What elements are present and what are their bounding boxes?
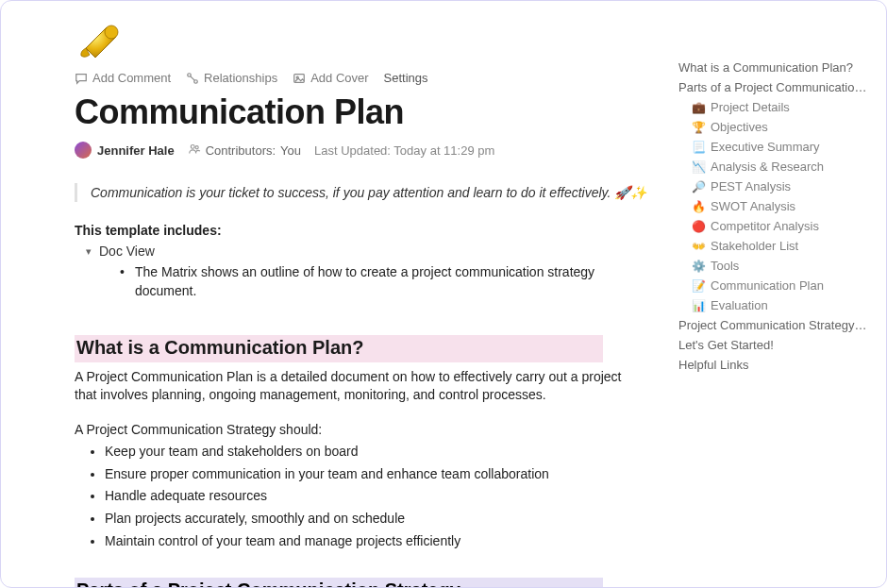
comment-icon [75,72,88,85]
page-icon: 📃 [692,141,705,154]
add-comment-button[interactable]: Add Comment [75,71,171,85]
settings-button[interactable]: Settings [384,71,428,85]
contributors-value: You [280,143,301,158]
includes-heading[interactable]: This template includes: [75,223,650,238]
section-heading-parts[interactable]: Parts of a Project Communication Strateg… [75,578,603,587]
red-circle-icon: 🔴 [692,220,705,233]
toc-sub-label: Competitor Analysis [711,219,819,233]
people-icon [188,143,201,159]
svg-point-2 [194,79,198,83]
toc-sublink[interactable]: 👐 Stakeholder List [678,236,869,256]
toc-sub-label: Stakeholder List [711,239,798,253]
fire-icon: 🔥 [692,200,705,213]
chevron-down-icon: ▾ [84,246,93,256]
toc-sub-label: Objectives [711,120,768,134]
relationships-label: Relationships [204,71,277,85]
avatar [75,142,92,159]
list-item[interactable]: Maintain control of your team and manage… [105,530,622,553]
briefcase-icon: 💼 [692,101,705,114]
list-item[interactable]: Plan projects accurately, smoothly and o… [105,508,622,530]
toc-sublink[interactable]: ⚙️ Tools [678,256,869,276]
main-content: Add Comment Relationships Add Cover Sett… [1,1,678,587]
page-emoji-megaphone[interactable] [76,20,122,65]
list-item[interactable]: Keep your team and stakeholders on board [105,441,622,463]
add-cover-button[interactable]: Add Cover [293,71,368,85]
list-item[interactable]: Ensure proper communication in your team… [105,463,622,486]
updated-label: Last Updated: [314,143,391,158]
contributors-label: Contributors: [206,143,276,158]
list-item[interactable]: Handle adequate resources [105,485,622,508]
toc-link[interactable]: Helpful Links [678,355,869,375]
quote-text: Communication is your ticket to success,… [91,185,646,200]
doc-view-toggle[interactable]: ▾ Doc View [84,244,650,259]
toc-sublink[interactable]: 🔴 Competitor Analysis [678,216,869,236]
contributors[interactable]: Contributors: You [188,143,301,159]
page-title[interactable]: Communication Plan [75,92,650,132]
toc-link[interactable]: Parts of a Project Communication St... [678,77,869,97]
toc-sublink[interactable]: 📊 Evaluation [678,295,869,315]
image-icon [293,72,306,85]
toc-sublink[interactable]: 📉 Analysis & Research [678,157,869,176]
relationships-button[interactable]: Relationships [186,71,277,85]
toc-link[interactable]: What is a Communication Plan? [678,58,869,77]
toc-link[interactable]: Project Communication Strategy Tips! [678,315,869,335]
last-updated: Last Updated: Today at 11:29 pm [314,143,494,158]
section1-list: Keep your team and stakeholders on board… [75,441,622,553]
magnify-icon: 🔎 [692,180,705,193]
toc-sublink[interactable]: 💼 Project Details [678,97,869,117]
chart-down-icon: 📉 [692,160,705,174]
gear-icon: ⚙️ [692,260,705,273]
section1-list-intro[interactable]: A Project Communication Strategy should: [75,422,622,437]
toc-sub-label: Project Details [711,100,790,114]
table-of-contents: What is a Communication Plan? Parts of a… [678,1,886,587]
add-comment-label: Add Comment [92,71,171,85]
svg-point-5 [191,144,194,148]
svg-point-1 [188,73,192,76]
toc-sublink[interactable]: 🏆 Objectives [678,117,869,137]
relationships-icon [186,72,199,85]
toc-sub-label: Communication Plan [711,278,824,293]
doc-view-label: Doc View [99,244,155,259]
toc-sub-label: PEST Analysis [711,179,791,193]
toc-sub-label: Executive Summary [711,140,820,154]
page-meta: Jennifer Hale Contributors: You Last Upd… [75,142,650,159]
page-toolbar: Add Comment Relationships Add Cover Sett… [75,71,650,85]
toc-sub-label: Analysis & Research [711,160,824,174]
toc-sub-label: Evaluation [711,298,768,312]
author-chip[interactable]: Jennifer Hale [75,142,175,159]
doc-view-desc[interactable]: The Matrix shows an outline of how to cr… [120,262,611,301]
toc-link[interactable]: Let's Get Started! [678,335,869,355]
author-name: Jennifer Hale [97,143,175,158]
toc-sublink[interactable]: 📃 Executive Summary [678,137,869,157]
bar-chart-icon: 📊 [692,299,705,312]
section1-body[interactable]: A Project Communication Plan is a detail… [75,368,622,405]
trophy-icon: 🏆 [692,121,705,134]
section-heading-what-is[interactable]: What is a Communication Plan? [75,335,603,362]
toc-sublink[interactable]: 🔎 PEST Analysis [678,176,869,196]
toc-sublink[interactable]: 📝 Communication Plan [678,276,869,295]
memo-icon: 📝 [692,279,705,293]
quote-block[interactable]: Communication is your ticket to success,… [75,183,650,202]
toc-sublink[interactable]: 🔥 SWOT Analysis [678,196,869,216]
svg-point-0 [105,25,118,39]
toc-sub-label: Tools [711,259,739,273]
updated-value: Today at 11:29 pm [393,143,494,158]
toc-sub-label: SWOT Analysis [711,199,795,213]
settings-label: Settings [384,71,428,85]
add-cover-label: Add Cover [310,71,368,85]
svg-point-6 [195,145,198,148]
hands-icon: 👐 [692,240,705,253]
